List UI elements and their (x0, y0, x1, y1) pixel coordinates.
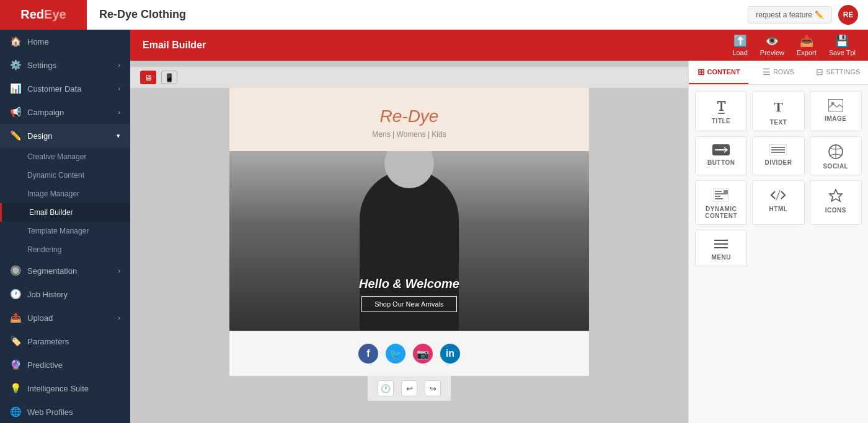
svg-rect-0 (828, 99, 843, 111)
sidebar-item-intelligence-suite[interactable]: 💡 Intelligence Suite (0, 377, 130, 400)
home-icon: 🏠 (10, 36, 21, 47)
linkedin-icon[interactable]: in (440, 344, 460, 364)
sidebar-item-settings[interactable]: ⚙️ Settings › (0, 53, 130, 77)
sidebar-item-image-manager[interactable]: Image Manager (0, 185, 130, 203)
sidebar-item-parameters[interactable]: 🏷️ Parameters (0, 329, 130, 353)
sidebar-item-dynamic-content[interactable]: Dynamic Content (0, 166, 130, 185)
preview-button[interactable]: 👁️ Preview (760, 34, 784, 56)
parameters-icon: 🏷️ (10, 336, 21, 347)
social-block-icon (828, 144, 843, 159)
email-hero: Hello & Welcome Shop Our New Arrivals (229, 151, 589, 331)
hero-content: Hello & Welcome Shop Our New Arrivals (359, 277, 459, 312)
content-block-icons[interactable]: ICONS (810, 180, 862, 225)
html-block-icon (770, 188, 786, 202)
view-toggle-bar: 🖥 📱 (130, 67, 688, 88)
chevron-down-icon: ▾ (117, 132, 120, 140)
logo: RedEye (20, 7, 66, 22)
edit-icon: ✏️ (815, 11, 824, 19)
segmentation-icon: 🔘 (10, 265, 21, 276)
design-icon: ✏️ (10, 130, 21, 141)
chevron-icon: › (118, 85, 120, 92)
rows-tab-icon: ☰ (763, 67, 771, 77)
content-block-button[interactable]: BUTTON (695, 136, 747, 175)
hero-cta-button[interactable]: Shop Our New Arrivals (361, 296, 456, 312)
mobile-icon: 📱 (164, 73, 174, 82)
redo-button[interactable]: ↪ (425, 380, 441, 396)
content-block-divider[interactable]: DIVIDER (752, 136, 804, 175)
page-title: Re-Dye Clothing (87, 8, 748, 21)
sidebar-item-email-builder[interactable]: Email Builder (0, 203, 130, 222)
sidebar-item-creative-manager[interactable]: Creative Manager (0, 147, 130, 166)
menu-block-icon (713, 238, 729, 250)
content-area: Email Builder ⬆️ Load 👁️ Preview 📥 Expor… (130, 30, 868, 423)
button-block-icon (712, 144, 730, 155)
facebook-icon[interactable]: f (358, 344, 378, 364)
save-template-button[interactable]: 💾 Save Tpl (829, 34, 856, 56)
preview-icon: 👁️ (765, 34, 779, 48)
campaign-icon: 📢 (10, 107, 21, 118)
sidebar-item-predictive[interactable]: 🔮 Predictive (0, 353, 130, 377)
sidebar-item-template-manager[interactable]: Template Manager (0, 222, 130, 240)
tab-content[interactable]: ⊞ CONTENT (689, 61, 748, 84)
save-icon: 💾 (835, 34, 849, 48)
sidebar-item-upload[interactable]: 📤 Upload › (0, 306, 130, 329)
content-block-menu[interactable]: MENU (695, 230, 747, 266)
undo-button[interactable]: ↩ (401, 380, 417, 396)
settings-tab-icon: ⊟ (816, 67, 823, 77)
logo-area: RedEye (0, 0, 87, 30)
export-icon: 📥 (800, 34, 813, 48)
user-avatar[interactable]: RE (838, 5, 858, 25)
content-block-text[interactable]: T TEXT (752, 91, 804, 131)
intelligence-icon: 💡 (10, 383, 21, 394)
job-history-icon: 🕐 (10, 289, 21, 300)
email-nav: Mens | Womens | Kids (242, 130, 577, 139)
sidebar-item-customer-data[interactable]: 📊 Customer Data › (0, 77, 130, 100)
load-button[interactable]: ⬆️ Load (732, 34, 747, 56)
canvas-area: 🖥 📱 Re-Dye Mens | Womens | Kids (130, 61, 688, 423)
twitter-icon[interactable]: 🐦 (386, 344, 405, 364)
sidebar-item-job-history[interactable]: 🕐 Job History (0, 282, 130, 306)
content-block-dynamic[interactable]: DYNAMIC CONTENT (695, 180, 747, 225)
text-block-icon: T (774, 99, 783, 115)
mobile-view-button[interactable]: 📱 (161, 71, 177, 84)
desktop-view-button[interactable]: 🖥 (140, 71, 156, 84)
sidebar-item-rendering[interactable]: Rendering (0, 240, 130, 259)
redo-icon: ↪ (430, 384, 436, 393)
settings-icon: ⚙️ (10, 59, 21, 71)
content-block-title[interactable]: T̲ TITLE (695, 91, 747, 131)
tab-rows[interactable]: ☰ ROWS (748, 61, 808, 84)
email-footer: f 🐦 📷 in (229, 331, 589, 376)
sidebar-item-campaign[interactable]: 📢 Campaign › (0, 100, 130, 124)
chevron-icon: › (118, 108, 120, 116)
content-block-social[interactable]: SOCIAL (810, 136, 862, 175)
divider-block-icon (769, 144, 787, 155)
history-button[interactable]: 🕐 (378, 380, 394, 396)
tab-settings[interactable]: ⊟ SETTINGS (808, 61, 868, 84)
email-preview: Re-Dye Mens | Womens | Kids Hello & Welc… (229, 88, 589, 376)
svg-marker-17 (830, 190, 842, 201)
svg-rect-15 (724, 190, 728, 194)
customer-data-icon: 📊 (10, 83, 21, 94)
upload-icon: 📤 (10, 312, 21, 323)
email-header-section: Re-Dye Mens | Womens | Kids (229, 88, 589, 151)
predictive-icon: 🔮 (10, 359, 21, 370)
sidebar-item-web-profiles[interactable]: 🌐 Web Profiles (0, 400, 130, 423)
sidebar-item-segmentation[interactable]: 🔘 Segmentation › (0, 259, 130, 282)
main-layout: 🏠 Home ⚙️ Settings › 📊 Customer Data › 📢… (0, 30, 868, 423)
canvas-wrapper: 🖥 📱 Re-Dye Mens | Womens | Kids (130, 61, 868, 423)
hero-greeting: Hello & Welcome (359, 277, 459, 291)
canvas-bottom-bar: 🕐 ↩ ↪ (368, 376, 451, 401)
content-block-html[interactable]: HTML (752, 180, 804, 225)
right-panel: ⊞ CONTENT ☰ ROWS ⊟ SETTINGS T̲ (688, 61, 868, 423)
undo-icon: ↩ (406, 384, 413, 393)
email-logo: Re-Dye (242, 107, 577, 126)
chevron-icon: › (118, 61, 120, 69)
sidebar-item-home[interactable]: 🏠 Home (0, 30, 130, 53)
export-button[interactable]: 📥 Export (797, 34, 817, 56)
sidebar-item-design[interactable]: ✏️ Design ▾ (0, 124, 130, 147)
email-builder-header: Email Builder ⬆️ Load 👁️ Preview 📥 Expor… (130, 30, 868, 61)
content-block-image[interactable]: IMAGE (810, 91, 862, 131)
request-feature-button[interactable]: request a feature ✏️ (748, 6, 832, 24)
content-tab-icon: ⊞ (698, 67, 705, 77)
instagram-icon[interactable]: 📷 (413, 344, 433, 364)
